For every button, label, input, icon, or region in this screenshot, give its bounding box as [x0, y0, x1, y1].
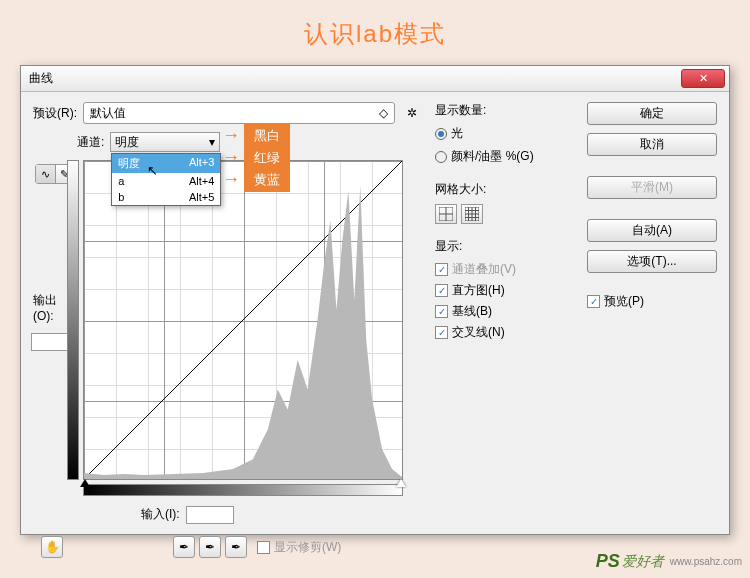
dropdown-item-lightness[interactable]: 明度 Alt+3 — [112, 154, 220, 173]
dropdown-item-a[interactable]: a Alt+4 — [112, 173, 220, 189]
gear-button[interactable]: ✲ — [401, 102, 423, 124]
histogram-label: 直方图(H) — [452, 282, 505, 299]
preset-select[interactable]: 默认值 ◇ — [83, 102, 395, 124]
watermark-brand: PS — [596, 551, 620, 572]
gray-eyedropper[interactable]: ✒ — [199, 536, 221, 558]
histogram-checkbox[interactable] — [435, 284, 448, 297]
histogram — [84, 161, 402, 479]
channel-select[interactable]: 明度 ▾ 明度 Alt+3 a Alt+4 b Alt+5 — [110, 132, 220, 152]
options-button[interactable]: 选项(T)... — [587, 250, 717, 273]
show-label: 显示: — [435, 238, 575, 255]
grid-coarse-button[interactable] — [435, 204, 457, 224]
channel-label: 通道: — [77, 134, 104, 151]
white-eyedropper[interactable]: ✒ — [225, 536, 247, 558]
baseline-label: 基线(B) — [452, 303, 492, 320]
intersect-label: 交叉线(N) — [452, 324, 505, 341]
page-title: 认识lab模式 — [0, 0, 750, 50]
radio-pigment[interactable] — [435, 151, 447, 163]
cancel-button[interactable]: 取消 — [587, 133, 717, 156]
smooth-button: 平滑(M) — [587, 176, 717, 199]
dropdown-item-b[interactable]: b Alt+5 — [112, 189, 220, 205]
tag-bw: 黑白 — [244, 124, 290, 148]
overlay-label: 通道叠加(V) — [452, 261, 516, 278]
watermark-text: 爱好者 — [622, 553, 664, 571]
preview-label: 预览(P) — [604, 293, 644, 310]
ok-button[interactable]: 确定 — [587, 102, 717, 125]
hand-icon: ✋ — [45, 540, 60, 554]
overlay-checkbox[interactable] — [435, 263, 448, 276]
titlebar[interactable]: 曲线 ✕ — [21, 66, 729, 92]
dropdown-icon: ◇ — [379, 106, 388, 120]
horizontal-gradient — [83, 484, 403, 496]
radio-light-label: 光 — [451, 125, 463, 142]
chevron-down-icon: ▾ — [209, 135, 215, 149]
tag-rg: 红绿 — [244, 146, 290, 170]
arrow-icon: → — [222, 147, 240, 168]
close-icon: ✕ — [699, 72, 708, 85]
dialog-title: 曲线 — [29, 70, 53, 87]
curves-graph[interactable] — [83, 160, 403, 480]
close-button[interactable]: ✕ — [681, 69, 725, 88]
channel-dropdown: 明度 Alt+3 a Alt+4 b Alt+5 — [111, 153, 221, 206]
preset-value: 默认值 — [90, 105, 126, 122]
input-label: 输入(I): — [141, 506, 180, 523]
arrow-icon: → — [222, 169, 240, 190]
display-qty-label: 显示数量: — [435, 102, 575, 119]
eyedropper-icon: ✒ — [179, 540, 189, 554]
baseline-checkbox[interactable] — [435, 305, 448, 318]
curves-dialog: 曲线 ✕ 预设(R): 默认值 ◇ ✲ 通道: 明度 ▾ 明度 — [20, 65, 730, 535]
curve-point-icon: ∿ — [36, 165, 56, 183]
auto-button[interactable]: 自动(A) — [587, 219, 717, 242]
arrow-icon: → — [222, 125, 240, 146]
watermark: PS 爱好者 www.psahz.com — [596, 551, 742, 572]
preview-checkbox[interactable] — [587, 295, 600, 308]
black-point-slider[interactable] — [80, 479, 90, 487]
black-eyedropper[interactable]: ✒ — [173, 536, 195, 558]
radio-pigment-label: 颜料/油墨 %(G) — [451, 148, 534, 165]
target-adjust-button[interactable]: ✋ — [41, 536, 63, 558]
grid-size-label: 网格大小: — [435, 181, 575, 198]
eyedropper-icon: ✒ — [205, 540, 215, 554]
eyedropper-icon: ✒ — [231, 540, 241, 554]
preset-label: 预设(R): — [33, 105, 77, 122]
grid-fine-button[interactable] — [461, 204, 483, 224]
radio-light[interactable] — [435, 128, 447, 140]
input-field[interactable] — [186, 506, 234, 524]
tag-yb: 黄蓝 — [244, 168, 290, 192]
gear-icon: ✲ — [407, 106, 417, 120]
cursor-icon: ↖ — [147, 163, 158, 178]
channel-value: 明度 — [115, 134, 139, 151]
show-clipping-checkbox[interactable] — [257, 541, 270, 554]
intersect-checkbox[interactable] — [435, 326, 448, 339]
white-point-slider[interactable] — [396, 479, 406, 487]
vertical-gradient — [67, 160, 79, 480]
show-clipping-label: 显示修剪(W) — [274, 539, 341, 556]
watermark-url: www.psahz.com — [670, 556, 742, 567]
